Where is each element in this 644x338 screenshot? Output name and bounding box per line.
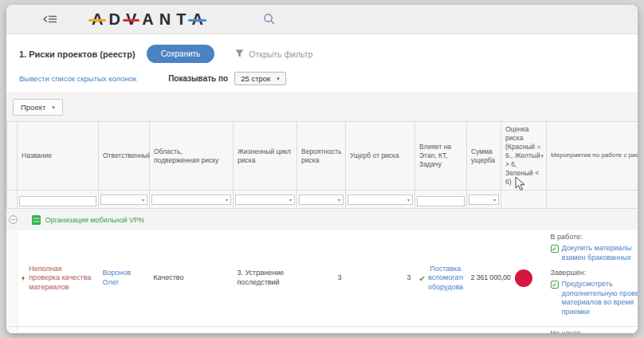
responsible-link[interactable]: Воронов Олег (103, 269, 132, 286)
project-grouping-button[interactable]: Проект ▾ (13, 99, 63, 116)
risk-damage: 3 (346, 326, 415, 333)
row-gutter (7, 326, 18, 333)
check-icon: ✔ (419, 273, 426, 284)
risk-area: Инфраструктура (150, 326, 234, 333)
table-header-row: Название Ответственный Область, подверже… (7, 122, 638, 191)
page-size-select[interactable]: 25 строк ▾ (234, 72, 286, 85)
chevron-down-icon: ▾ (289, 197, 292, 202)
filter-area-select[interactable]: ▾ (151, 195, 231, 205)
project-group-link[interactable]: Организация мобильной VPN (45, 216, 144, 224)
report-toolbar: 1. Риски проектов (реестр) Сохранить Отк… (6, 34, 638, 67)
filter-cell-empty (501, 191, 547, 209)
table-controls: Вывести список скрытых колонок Показыват… (6, 67, 638, 92)
filter-responsible-select[interactable]: ▾ (100, 195, 147, 205)
column-header-name[interactable]: Название (18, 122, 99, 191)
chevron-down-icon: ▾ (142, 197, 144, 202)
column-header-responsible[interactable]: Ответственный (99, 122, 150, 191)
logo-letter: A (191, 10, 208, 29)
risk-row: Неполная проверка качества материалов Во… (7, 230, 638, 326)
risk-probability: 2 (297, 326, 346, 333)
filter-cell-empty (547, 191, 638, 209)
chevron-down-icon: ▾ (407, 197, 410, 202)
project-icon (32, 215, 41, 225)
chevron-down-icon: ▾ (493, 197, 496, 202)
column-header-score[interactable]: Оценка риска (Красный = 9., Желтый > 6, … (501, 122, 547, 191)
filter-damage-select[interactable]: ▾ (348, 195, 413, 205)
filter-cell-empty (7, 191, 18, 209)
column-header-affects[interactable]: Влияет на Этап, КТ, Задачу (415, 122, 467, 191)
open-filter-button[interactable]: Открыть фильтр (235, 49, 312, 59)
search-icon[interactable] (263, 13, 276, 26)
task-checkbox-icon: ✔ (551, 245, 559, 253)
app-header: A D V A N T A (6, 5, 638, 34)
show-hidden-columns-link[interactable]: Вывести список скрытых колонок (19, 74, 136, 83)
activity-link[interactable]: Докупить материалы взамен бракованных (562, 244, 638, 262)
logo-letter: A (142, 10, 159, 29)
app-window: A D V A N T A 1. Риски проектов (реестр)… (6, 5, 638, 333)
chevron-down-icon: ▾ (52, 104, 55, 111)
affects-link[interactable]: Поставка вспомогательн оборудования (428, 265, 463, 292)
filter-row: ▾ ▾ ▾ ▾ ▾ ▾ (7, 191, 638, 209)
project-group-row: Организация мобильной VPN (7, 209, 638, 231)
filter-name-input[interactable] (19, 196, 96, 206)
activity-status: Не начат: (551, 329, 638, 333)
task-checkbox-icon: ✔ (551, 281, 559, 289)
page-title: 1. Риски проектов (реестр) (19, 49, 135, 59)
project-button-label: Проект (21, 103, 45, 112)
risk-register-table: Название Ответственный Область, подверже… (6, 121, 638, 333)
funnel-icon (235, 49, 244, 58)
risk-lifecycle: 3. Устранение последствий (234, 230, 297, 326)
row-gutter (7, 230, 18, 326)
advanta-logo[interactable]: A D V A N T A (92, 10, 209, 29)
open-filter-label: Открыть фильтр (249, 49, 312, 59)
collapse-group-icon[interactable] (9, 213, 18, 227)
chevron-down-icon: ▾ (338, 197, 340, 202)
column-header-damage[interactable]: Ущерб от риска (346, 122, 415, 191)
risk-score-indicator (515, 269, 532, 287)
table-zone: Проект ▾ Название Ответственный Область,… (6, 92, 638, 333)
column-header-area[interactable]: Область, подверженная риску (150, 122, 234, 191)
column-header-activities[interactable]: Мероприятия по работе с риском (547, 122, 638, 191)
chevron-down-icon: ▾ (277, 76, 280, 82)
risk-bolt-icon (22, 273, 25, 284)
activity-status: Завершён: (551, 269, 638, 278)
column-header-probability[interactable]: Вероятность риска (297, 122, 346, 191)
chevron-down-icon: ▾ (226, 197, 228, 202)
logo-letter: A (92, 10, 108, 29)
logo-letter: N (159, 10, 176, 29)
sort-arrow-icon[interactable]: ▾ (540, 152, 544, 159)
risk-damage: 3 (346, 230, 415, 326)
activity-item: Завершён: ✔ Предусмотреть дополнительную… (551, 269, 638, 316)
filter-amount-select[interactable]: ▾ (469, 195, 499, 205)
risk-area: Качество (150, 230, 234, 326)
risk-probability: 3 (297, 230, 346, 326)
column-header-amount[interactable]: Сумма ущерба (467, 122, 501, 191)
damage-amount: 1 178 000,00 (467, 326, 501, 333)
filter-probability-select[interactable]: ▾ (299, 195, 344, 205)
column-header-lifecycle[interactable]: Жизненный цикл риска (234, 122, 297, 191)
activity-item: Не начат: ✔ Проконтролировать заказ обор… (551, 329, 638, 333)
damage-amount: 2 361 000,00 (467, 230, 501, 326)
risk-row: Несвоевременная поставка материалов Моро… (7, 326, 638, 333)
save-button[interactable]: Сохранить (147, 45, 215, 63)
activity-link[interactable]: Предусмотреть дополнительную проверку ма… (562, 280, 638, 317)
score-header-label: Оценка риска (Красный = 9., Желтый > 6, … (505, 125, 540, 186)
show-per-label: Показывать по (168, 74, 228, 83)
logo-letter: V (126, 10, 142, 29)
risk-lifecycle: 1. Исследование (234, 326, 297, 333)
risk-name-link[interactable]: Неполная проверка качества материалов (29, 265, 94, 293)
page-size-value: 25 строк (241, 74, 270, 83)
activity-status: В работе: (551, 233, 638, 242)
filter-lifecycle-select[interactable]: ▾ (235, 195, 295, 205)
filter-affects-input[interactable] (417, 196, 465, 206)
activity-item: В работе: ✔ Докупить материалы взамен бр… (551, 233, 638, 262)
sidebar-collapse-icon[interactable] (43, 14, 58, 25)
column-header-expand (7, 122, 18, 191)
